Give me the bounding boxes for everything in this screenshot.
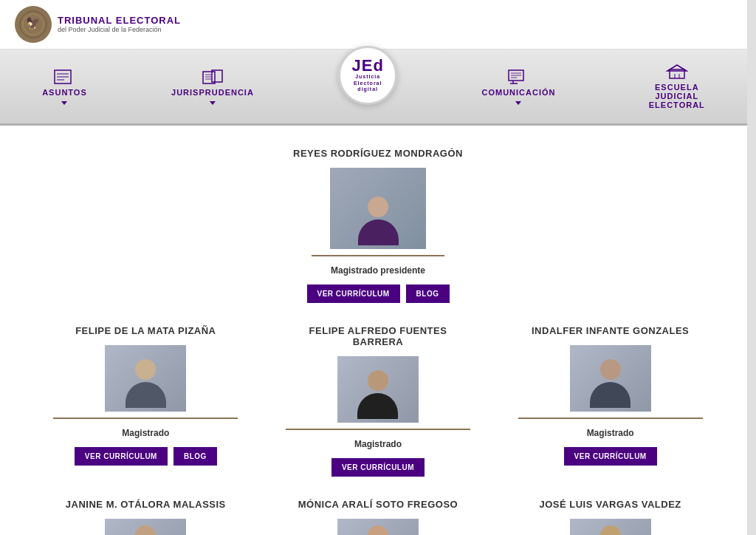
logo-seal: 🦅 — [15, 6, 52, 43]
escuela-label: ESCUELA JUDICIAL ELECTORAL — [640, 83, 714, 109]
president-gold-line — [312, 255, 444, 256]
asuntos-label: ASUNTOS — [42, 88, 87, 97]
magistrate-3-name: INDALFER INFANTE GONZALES — [532, 325, 689, 336]
president-photo-placeholder — [330, 168, 426, 249]
magistrate-card-1: FELIPE DE LA MATA PIZAÑA Magistrado VER … — [53, 325, 238, 477]
magistrate-3-gold-line — [518, 418, 703, 419]
jed-sub-text: Justicia Electoraldigital — [340, 74, 395, 92]
magistrate-3-buttons: VER CURRÍCULUM — [564, 447, 657, 466]
magistrate-1-name: FELIPE DE LA MATA PIZAÑA — [75, 325, 216, 336]
magistrate-2-photo — [337, 356, 419, 423]
magistrate-1-title: Magistrado — [122, 428, 169, 438]
main-nav: ASUNTOS JURISPRUDENCIA JEd Justicia Elec… — [0, 50, 756, 126]
president-name: REYES RODRÍGUEZ MONDRAGÓN — [293, 148, 463, 159]
jed-circle: JEd Justicia Electoraldigital — [338, 46, 397, 105]
president-curriculum-button[interactable]: VER CURRÍCULUM — [307, 284, 400, 303]
magistrate-2-buttons: VER CURRÍCULUM — [331, 458, 425, 477]
magistrate-card-6: JOSÉ LUIS VARGAS VALDEZ — [518, 499, 703, 535]
logo-container: 🦅 TRIBUNAL ELECTORAL del Poder Judicial … — [15, 6, 181, 43]
magistrate-6-name: JOSÉ LUIS VARGAS VALDEZ — [539, 499, 681, 510]
jurisprudencia-label: JURISPRUDENCIA — [171, 88, 254, 97]
magistrate-card-4: JANINE M. OTÁLORA MALASSIS — [53, 499, 238, 535]
president-section: REYES RODRÍGUEZ MONDRAGÓN Magistrado pre… — [30, 148, 726, 303]
jurisprudencia-icon — [202, 69, 224, 85]
main-content: REYES RODRÍGUEZ MONDRAGÓN Magistrado pre… — [0, 126, 756, 535]
magistrate-1-blog-button[interactable]: BLOG — [173, 447, 217, 466]
magistrate-4-photo — [105, 519, 186, 535]
president-title: Magistrado presidente — [331, 265, 425, 276]
nav-escuela[interactable]: ESCUELA JUDICIAL ELECTORAL — [625, 56, 729, 117]
nav-jurisprudencia[interactable]: JURISPRUDENCIA — [157, 61, 269, 112]
comunicacion-label: COMUNICACIÓN — [481, 88, 555, 97]
magistrate-1-gold-line — [53, 418, 238, 419]
magistrate-3-curriculum-button[interactable]: VER CURRÍCULUM — [564, 447, 657, 466]
jurisprudencia-arrow — [210, 101, 216, 105]
magistrate-1-curriculum-button[interactable]: VER CURRÍCULUM — [75, 447, 168, 466]
logo-text: TRIBUNAL ELECTORAL del Poder Judicial de… — [58, 15, 181, 34]
magistrate-5-name: MÓNICA ARALÍ SOTO FREGOSO — [298, 499, 458, 510]
svg-text:🦅: 🦅 — [26, 16, 41, 30]
magistrate-card-2: FELIPE ALFREDO FUENTES BARRERA Magistrad… — [286, 325, 470, 477]
magistrate-3-title: Magistrado — [587, 428, 634, 438]
jed-main-text: JEd — [351, 58, 383, 74]
magistrate-2-title: Magistrado — [354, 439, 402, 449]
magistrate-1-photo — [105, 345, 186, 412]
magistrate-2-name: FELIPE ALFREDO FUENTES BARRERA — [286, 325, 470, 347]
nav-asuntos[interactable]: ASUNTOS — [27, 61, 102, 112]
president-photo — [330, 168, 426, 249]
tribunal-subtitle: del Poder Judicial de la Federación — [58, 26, 181, 34]
magistrate-5-photo — [337, 519, 419, 535]
scrollbar[interactable] — [747, 0, 756, 535]
escuela-icon — [666, 64, 688, 80]
president-blog-button[interactable]: BLOG — [406, 284, 450, 303]
asuntos-arrow — [61, 101, 67, 105]
magistrate-6-photo — [570, 519, 651, 535]
magistrates-grid-row2: JANINE M. OTÁLORA MALASSIS MÓNICA ARALÍ … — [30, 499, 726, 535]
magistrate-card-5: MÓNICA ARALÍ SOTO FREGOSO — [286, 499, 470, 535]
asuntos-icon — [53, 69, 75, 85]
tribunal-title: TRIBUNAL ELECTORAL — [58, 15, 181, 27]
comunicacion-icon — [507, 69, 529, 85]
magistrate-card-3: INDALFER INFANTE GONZALES Magistrado VER… — [518, 325, 703, 477]
nav-jed[interactable]: JEd Justicia Electoraldigital — [323, 38, 412, 112]
magistrate-1-buttons: VER CURRÍCULUM BLOG — [75, 447, 217, 466]
magistrate-2-gold-line — [286, 429, 470, 430]
magistrate-3-photo — [570, 345, 651, 412]
magistrate-4-name: JANINE M. OTÁLORA MALASSIS — [66, 499, 226, 510]
comunicacion-arrow — [515, 101, 521, 105]
svg-marker-19 — [667, 65, 687, 71]
nav-comunicacion[interactable]: COMUNICACIÓN — [467, 61, 570, 112]
president-buttons: VER CURRÍCULUM BLOG — [307, 284, 450, 303]
magistrates-grid-row1: FELIPE DE LA MATA PIZAÑA Magistrado VER … — [30, 325, 726, 477]
magistrate-2-curriculum-button[interactable]: VER CURRÍCULUM — [331, 458, 425, 477]
